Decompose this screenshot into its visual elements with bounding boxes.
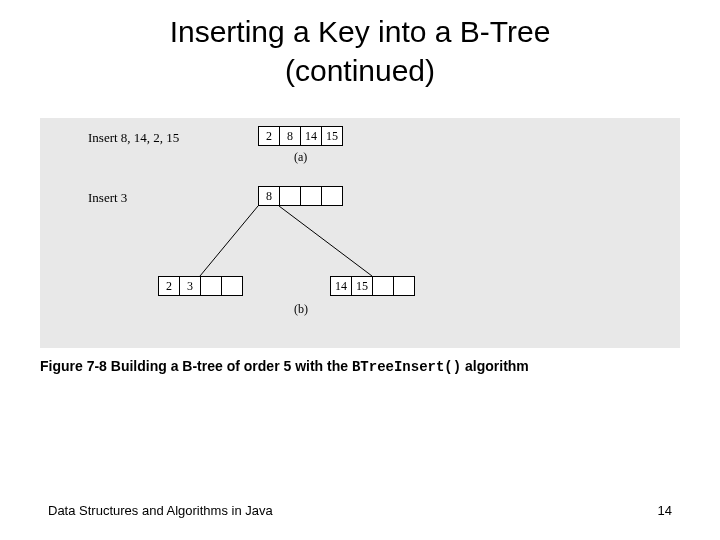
figure-caption: Figure 7-8 Building a B-tree of order 5 … xyxy=(40,358,680,375)
insert-b-label: Insert 3 xyxy=(88,190,127,206)
cell xyxy=(200,276,222,296)
cell: 2 xyxy=(158,276,180,296)
title-line-1: Inserting a Key into a B-Tree xyxy=(170,15,551,48)
cell: 14 xyxy=(330,276,352,296)
caption-suffix: algorithm xyxy=(461,358,529,374)
cell xyxy=(221,276,243,296)
svg-line-1 xyxy=(279,206,372,276)
footer-text: Data Structures and Algorithms in Java xyxy=(48,503,273,518)
slide-title: Inserting a Key into a B-Tree (continued… xyxy=(0,0,720,90)
page-number: 14 xyxy=(658,503,672,518)
svg-line-0 xyxy=(200,206,258,276)
cell xyxy=(279,186,301,206)
caption-prefix: Figure 7-8 Building a B-tree of order 5 … xyxy=(40,358,352,374)
footer: Data Structures and Algorithms in Java 1… xyxy=(48,503,672,518)
insert-a-label: Insert 8, 14, 2, 15 xyxy=(88,130,179,146)
cell xyxy=(393,276,415,296)
node-b-root: 8 xyxy=(258,186,343,206)
cell xyxy=(372,276,394,296)
sublabel-a: (a) xyxy=(294,150,307,165)
cell xyxy=(300,186,322,206)
cell: 8 xyxy=(258,186,280,206)
tree-edges xyxy=(40,118,680,348)
cell: 14 xyxy=(300,126,322,146)
cell: 8 xyxy=(279,126,301,146)
cell: 15 xyxy=(321,126,343,146)
caption-code: BTreeInsert() xyxy=(352,359,461,375)
sublabel-b: (b) xyxy=(294,302,308,317)
cell: 3 xyxy=(179,276,201,296)
cell: 2 xyxy=(258,126,280,146)
node-a: 2 8 14 15 xyxy=(258,126,343,146)
node-b-right: 14 15 xyxy=(330,276,415,296)
title-line-2: (continued) xyxy=(285,54,435,87)
figure-panel: Insert 8, 14, 2, 15 2 8 14 15 (a) Insert… xyxy=(40,118,680,348)
cell: 15 xyxy=(351,276,373,296)
cell xyxy=(321,186,343,206)
node-b-left: 2 3 xyxy=(158,276,243,296)
